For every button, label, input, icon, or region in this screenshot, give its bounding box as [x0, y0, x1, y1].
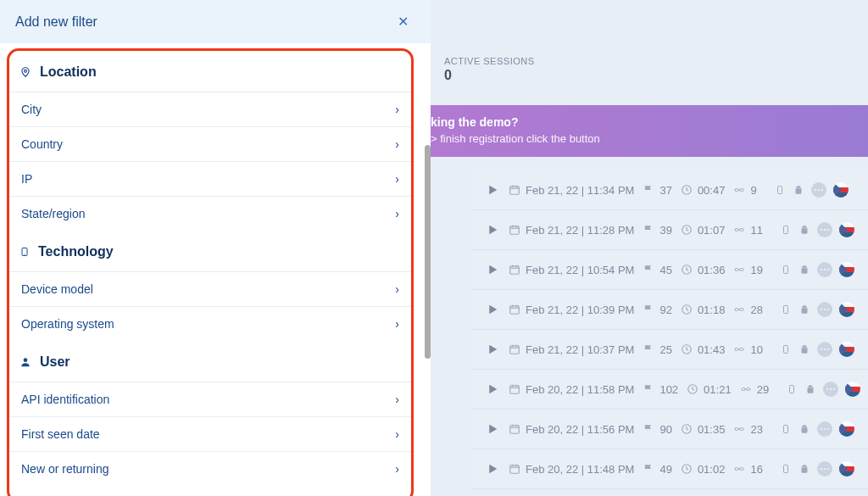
play-icon[interactable] [485, 382, 500, 397]
android-icon [798, 423, 810, 435]
chevron-right-icon: › [395, 137, 399, 151]
play-icon[interactable] [485, 342, 500, 357]
svg-rect-77 [783, 465, 787, 473]
filter-item[interactable]: State/region› [9, 196, 411, 231]
filter-item[interactable]: City› [9, 92, 411, 126]
calendar-icon [509, 224, 520, 236]
active-sessions-label: ACTIVE SESSIONS [444, 56, 868, 66]
session-date: Feb 21, 22 | 11:34 PM [526, 184, 634, 197]
session-links: 19 [750, 264, 762, 276]
session-events: 90 [659, 423, 671, 436]
country-flag-icon [839, 461, 854, 476]
svg-rect-55 [742, 388, 745, 391]
clock-icon [681, 264, 693, 276]
calendar-icon [509, 184, 520, 196]
svg-rect-56 [747, 388, 750, 391]
link-icon [740, 383, 752, 395]
filter-groups-highlighted: LocationCity›Country›IP›State/region›Tec… [7, 48, 414, 496]
session-row[interactable]: Feb 21, 22 | 10:37 PM2501:4310⋯ [471, 330, 868, 370]
session-row[interactable]: Feb 21, 22 | 11:34 PM3700:479⋯ [471, 170, 868, 210]
close-button[interactable]: ✕ [391, 10, 415, 33]
session-row[interactable]: Feb 20, 22 | 11:48 PM4901:0216⋯ [471, 449, 868, 489]
chevron-right-icon: › [395, 282, 399, 296]
browser-badge: ⋯ [817, 222, 832, 237]
filter-item[interactable]: API identification› [9, 382, 411, 416]
scrollbar[interactable] [425, 145, 431, 359]
link-icon [733, 343, 745, 355]
svg-rect-37 [783, 306, 787, 314]
svg-rect-15 [735, 229, 738, 231]
svg-rect-66 [740, 428, 743, 431]
session-duration: 01:43 [698, 343, 726, 356]
filter-item[interactable]: Operating system› [9, 306, 411, 341]
filter-item[interactable]: IP› [9, 161, 411, 196]
flag-icon [643, 343, 654, 355]
session-date: Feb 21, 22 | 10:37 PM [526, 343, 634, 356]
session-date: Feb 20, 22 | 11:56 PM [526, 423, 634, 436]
demo-banner: king the demo? > finish registration cli… [431, 105, 868, 157]
session-duration: 01:02 [698, 463, 726, 476]
svg-rect-70 [510, 465, 520, 473]
session-row[interactable]: Feb 21, 22 | 10:39 PM9201:1828⋯ [471, 290, 868, 330]
filter-item[interactable]: First seen date› [9, 416, 411, 451]
svg-rect-35 [735, 309, 738, 311]
svg-rect-6 [740, 189, 743, 192]
svg-point-80 [25, 70, 27, 72]
link-icon [733, 463, 745, 475]
session-row[interactable]: Feb 20, 22 | 11:58 PM10201:2129⋯ [471, 370, 868, 410]
filter-item[interactable]: New or returning› [9, 451, 411, 486]
clock-icon [681, 224, 693, 236]
phone-icon [774, 184, 786, 196]
play-icon[interactable] [485, 262, 500, 277]
browser-badge: ⋯ [823, 382, 838, 397]
svg-rect-20 [510, 266, 520, 274]
filter-panel: Add new filter ✕ LocationCity›Country›IP… [0, 0, 431, 496]
session-row[interactable]: Feb 21, 22 | 11:28 PM3901:0711⋯ [471, 210, 868, 250]
svg-rect-0 [510, 187, 520, 194]
session-row[interactable]: Feb 20, 22 | 11:56 PM9001:3523⋯ [471, 410, 868, 449]
svg-rect-7 [777, 187, 782, 194]
play-icon[interactable] [485, 182, 500, 198]
session-events: 102 [659, 383, 678, 396]
section-header-technology: Technology [9, 231, 411, 271]
session-row[interactable]: Feb 21, 22 | 10:54 PM4501:3619⋯ [471, 250, 868, 290]
session-events: 49 [659, 463, 671, 476]
banner-title: king the demo? [431, 115, 854, 129]
session-links: 10 [750, 343, 762, 356]
calendar-icon [509, 463, 520, 475]
flag-icon [643, 264, 654, 276]
browser-badge: ⋯ [817, 421, 832, 437]
filter-item-label: State/region [21, 207, 86, 220]
svg-rect-76 [740, 468, 743, 471]
flag-icon [643, 184, 654, 196]
session-duration: 01:07 [698, 224, 726, 237]
svg-rect-36 [740, 309, 743, 311]
session-events: 92 [659, 304, 671, 316]
svg-rect-25 [735, 269, 738, 271]
play-icon[interactable] [485, 421, 500, 437]
section-header-user: User [9, 341, 411, 382]
android-icon [798, 463, 810, 475]
filter-item[interactable]: Country› [9, 126, 411, 161]
session-date: Feb 21, 22 | 10:39 PM [526, 304, 634, 316]
svg-rect-67 [783, 426, 787, 433]
phone-icon [780, 264, 792, 276]
filter-item-label: IP [21, 172, 32, 186]
link-icon [733, 224, 745, 236]
play-icon[interactable] [485, 222, 500, 237]
section-title: User [40, 354, 70, 370]
chevron-right-icon: › [395, 462, 399, 476]
svg-rect-5 [735, 189, 738, 192]
calendar-icon [509, 343, 520, 355]
play-icon[interactable] [485, 302, 500, 317]
filter-item[interactable]: Device model› [9, 271, 411, 306]
session-date: Feb 21, 22 | 11:28 PM [526, 224, 634, 237]
clock-icon [681, 463, 693, 475]
android-icon [798, 304, 810, 315]
calendar-icon [509, 423, 520, 435]
calendar-icon [509, 264, 520, 276]
phone-icon [786, 383, 798, 395]
filter-item-label: Country [21, 137, 63, 151]
play-icon[interactable] [485, 461, 500, 476]
flag-icon [643, 383, 654, 395]
